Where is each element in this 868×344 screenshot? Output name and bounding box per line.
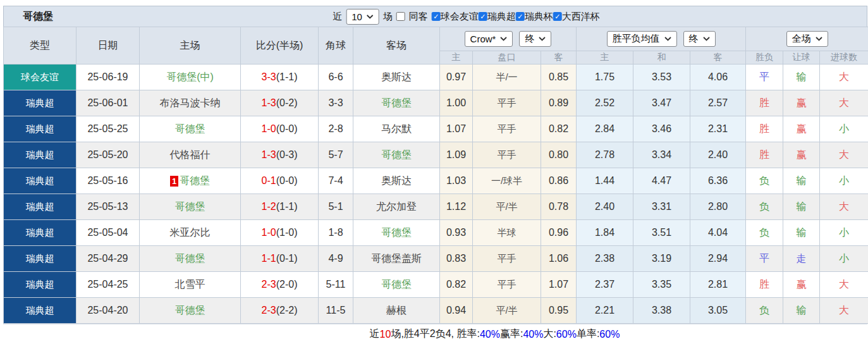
corners-cell: 4-9: [319, 246, 353, 272]
fulltime-score: 1-3: [262, 149, 276, 160]
odds-time-select-1[interactable]: 终: [519, 31, 551, 47]
match-row: 瑞典超25-05-13哥德堡1-2(1-1)5-1尤尔加登1.12平/半0.78…: [4, 194, 868, 220]
fulltime-score: 0-1: [262, 175, 276, 186]
scope-select[interactable]: 全场: [786, 31, 828, 47]
avg-away-odds: 3.05: [690, 298, 746, 324]
result-handicap-cell: 输: [783, 220, 820, 246]
away-team-name: 哥德堡: [381, 97, 412, 108]
result-wdl-cell: 胜: [746, 90, 783, 116]
result-wdl-cell: 平: [746, 64, 783, 90]
date-cell: 25-05-25: [76, 116, 140, 142]
summary-segment: 近: [370, 328, 380, 341]
avg-away-odds: 2.31: [690, 116, 746, 142]
same-venue-checkbox[interactable]: [396, 12, 405, 21]
odds-time-value-2: 终: [689, 33, 699, 45]
home-team-name: 米亚尔比: [170, 227, 211, 238]
odds-company-select[interactable]: Crow*: [465, 31, 513, 47]
recent-count-select[interactable]: 10: [346, 9, 379, 25]
chevron-down-icon: [664, 37, 671, 41]
handicap-line: 一/球半: [473, 168, 541, 194]
date-cell: 25-04-25: [76, 272, 140, 298]
league-filter-checkbox-1[interactable]: [479, 12, 487, 21]
halftime-score: (0-3): [276, 149, 298, 160]
home-team-cell: 代格福什: [140, 142, 241, 168]
handicap-home-odds: 1.09: [440, 142, 473, 168]
league-filter-checkbox-2[interactable]: [516, 12, 525, 21]
league-filter-label-3: 大西洋杯: [562, 11, 600, 23]
away-team-cell: 哥德堡盖斯: [353, 246, 440, 272]
handicap-home-odds: 1.03: [440, 168, 473, 194]
corners-cell: 3-3: [319, 90, 353, 116]
handicap-home-odds: 1.00: [440, 90, 473, 116]
away-team-name: 哥德堡: [381, 279, 412, 290]
league-type-cell: 瑞典超: [4, 194, 76, 220]
corners-cell: 6-6: [319, 64, 353, 90]
handicap-line: 平手: [473, 272, 541, 298]
score-cell: 1-0(0-0): [241, 116, 319, 142]
league-filter-checkbox-0[interactable]: [432, 12, 441, 21]
fulltime-score: 3-3: [262, 71, 276, 82]
fulltime-score: 1-1: [262, 253, 276, 264]
handicap-home-odds: 1.07: [440, 116, 473, 142]
away-team-name: 赫根: [386, 305, 406, 316]
score-cell: 1-3(0-2): [241, 90, 319, 116]
col-header-type: 类型: [4, 27, 76, 64]
corners-cell: 1-8: [319, 220, 353, 246]
subcol-avg-home: 主: [577, 51, 633, 64]
summary-segment: 60%: [556, 329, 577, 340]
chevron-down-icon: [500, 37, 507, 41]
league-filter-label-0: 球会友谊: [441, 11, 479, 23]
away-team-cell: 哥德堡: [353, 142, 440, 168]
odds-time-select-2[interactable]: 终: [683, 31, 716, 47]
result-goals-cell: 大: [820, 194, 868, 220]
fulltime-score: 1-0: [262, 227, 276, 238]
match-row: 瑞典超25-04-29哥德堡1-1(0-1)4-9哥德堡盖斯0.83平手1.06…: [4, 246, 868, 272]
avg-away-odds: 2.80: [690, 194, 746, 220]
recent-count-value: 10: [351, 11, 362, 22]
league-type-cell: 球会友谊: [4, 64, 76, 90]
away-team-cell: 奥斯达: [353, 168, 440, 194]
date-cell: 25-06-19: [76, 64, 140, 90]
avg-draw-odds: 3.34: [633, 142, 690, 168]
match-row: 瑞典超25-06-01布洛马波卡纳1-3(0-2)3-3哥德堡1.00平手0.8…: [4, 90, 868, 116]
home-team-name: 北雪平: [175, 279, 205, 290]
handicap-line: 半/一: [473, 64, 541, 90]
date-cell: 25-04-29: [76, 246, 140, 272]
score-cell: 2-3(2-0): [241, 272, 319, 298]
avg-odds-select[interactable]: 胜平负均值: [607, 31, 677, 47]
fulltime-score: 1-3: [262, 97, 276, 108]
halftime-score: (2-2): [276, 305, 298, 316]
league-filter-checkbox-3[interactable]: [553, 12, 562, 21]
same-venue-label: 同客: [409, 11, 428, 23]
away-team-cell: 尤尔加登: [353, 194, 440, 220]
handicap-away-odds: 0.78: [541, 194, 577, 220]
filter-controls: 近 10 场 同客 球会友谊瑞典超瑞典杯大西洋杯: [331, 9, 600, 25]
league-type-cell: 瑞典超: [4, 142, 76, 168]
league-type-cell: 瑞典超: [4, 246, 76, 272]
away-team-name: 尤尔加登: [376, 201, 417, 212]
halftime-score: (1-1): [276, 71, 298, 82]
home-team-name: 哥德堡: [175, 123, 205, 134]
away-team-cell: 哥德堡: [353, 272, 440, 298]
handicap-line: 平手: [473, 90, 541, 116]
home-team-name: 哥德堡: [175, 305, 205, 316]
home-team-cell: 北雪平: [140, 272, 241, 298]
match-row: 瑞典超25-04-20哥德堡2-3(2-2)11-5赫根0.94平/半0.952…: [4, 298, 868, 324]
home-team-cell: 哥德堡: [140, 298, 241, 324]
summary-segment: 大:: [543, 328, 556, 341]
handicap-home-odds: 0.82: [440, 272, 473, 298]
away-team-name: 哥德堡盖斯: [371, 253, 422, 264]
handicap-home-odds: 0.97: [440, 64, 473, 90]
league-filter-group: 球会友谊瑞典超瑞典杯大西洋杯: [432, 11, 600, 23]
avg-home-odds: 2.52: [577, 90, 633, 116]
avg-home-odds: 2.40: [577, 194, 633, 220]
handicap-home-odds: 0.83: [440, 246, 473, 272]
halftime-score: (0-0): [276, 123, 298, 134]
result-handicap-cell: 输: [783, 64, 820, 90]
home-team-cell: 布洛马波卡纳: [140, 90, 241, 116]
away-team-cell: 赫根: [353, 298, 440, 324]
league-type-cell: 瑞典超: [4, 298, 76, 324]
league-type-cell: 瑞典超: [4, 220, 76, 246]
away-team-name: 马尔默: [381, 123, 412, 134]
match-row: 球会友谊25-06-19哥德堡(中)3-3(1-1)6-6奥斯达0.97半/一0…: [4, 64, 868, 90]
